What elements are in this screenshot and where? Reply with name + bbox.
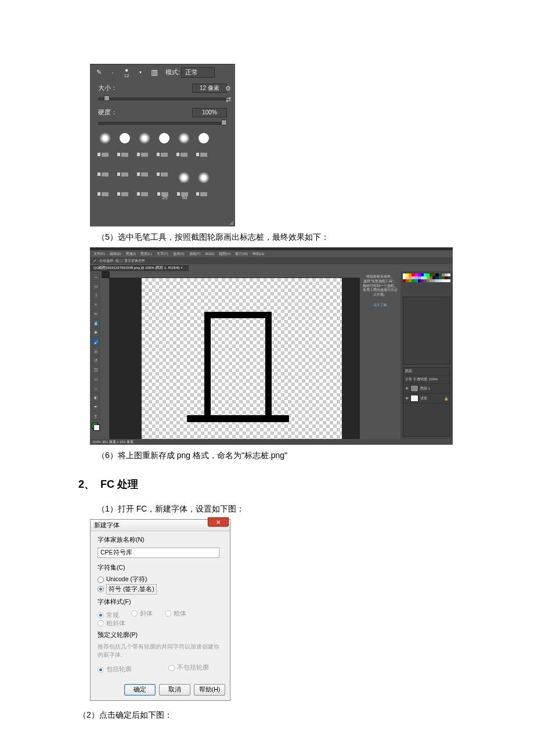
options-bar: ✔ - 自动选择: 组 ▢ 显示变换控件 (90, 257, 453, 264)
brush-preset[interactable] (97, 151, 113, 158)
crop-tool-icon[interactable]: ✂ (92, 310, 100, 318)
ok-button[interactable]: 确定 (124, 684, 156, 696)
divider: · (106, 66, 119, 79)
lasso-tool-icon[interactable]: ⌇ (92, 291, 100, 300)
blur-tool-icon[interactable]: ○ (92, 384, 100, 393)
swap-icon[interactable]: ⇄ (226, 96, 231, 103)
brush-preset[interactable] (196, 151, 212, 158)
mode-label: 模式: (165, 68, 180, 77)
style-italic-option: 斜体 (131, 610, 153, 618)
brush-preview-icon[interactable]: ● 12 (120, 66, 133, 79)
menu-item[interactable]: 滤镜(T) (189, 251, 201, 257)
mode-select[interactable]: 正常 (181, 67, 215, 78)
eraser-tool-icon[interactable]: ◫ (92, 366, 100, 374)
fgbg-color-icon[interactable] (92, 423, 100, 431)
layers-tab[interactable]: 图层 (403, 368, 450, 376)
menu-item[interactable]: 图层(L) (140, 251, 151, 257)
gear-icon[interactable]: ⚙ (225, 85, 231, 92)
charset-unicode-option[interactable]: Unicode (字符) (98, 575, 147, 584)
brush-preset[interactable] (136, 131, 153, 145)
radio-icon (98, 612, 104, 618)
brush-preset[interactable] (117, 190, 133, 197)
size-slider[interactable] (98, 95, 227, 101)
eye-icon[interactable]: 👁 (405, 397, 409, 400)
heading-2: 2、 FC 处理 (78, 477, 444, 491)
size-value[interactable]: 12 像素 (192, 84, 227, 93)
dodge-tool-icon[interactable]: ◐ (92, 394, 100, 402)
brush-preset[interactable] (156, 171, 172, 178)
chevron-down-icon[interactable]: ▾ (134, 66, 147, 79)
caption-6: （6）将上图重新存成 png 格式，命名为"标志桩.png" (97, 451, 444, 461)
gradient-tool-icon[interactable]: ▱ (92, 375, 100, 383)
brush-preset[interactable] (196, 190, 212, 197)
radio-icon (98, 586, 104, 592)
document-canvas[interactable] (142, 278, 342, 441)
radio-icon (165, 610, 171, 617)
brush-options-bar: ✎ · ● 12 ▾ ▥ 模式: 正常 (90, 64, 235, 80)
charset-label: 字符集(C) (98, 564, 223, 572)
tool-preset-icon[interactable]: ✎ (92, 66, 105, 79)
brush-preset[interactable]: 50 (176, 190, 193, 208)
cancel-button[interactable]: 取消 (159, 684, 190, 696)
menu-item[interactable]: 文字(Y) (157, 251, 168, 257)
brush-preset[interactable] (136, 151, 153, 158)
close-button[interactable]: ✕ (208, 517, 229, 527)
brush-preset[interactable] (117, 131, 133, 145)
layer-row[interactable]: 👁 背景 🔒 (403, 394, 450, 404)
radio-icon (98, 577, 104, 583)
type-tool-icon[interactable]: T (92, 412, 100, 420)
menu-item[interactable]: 图像(I) (126, 251, 136, 257)
menu-item[interactable]: 文件(F) (93, 251, 105, 257)
hardness-value[interactable]: 100% (192, 108, 227, 117)
marquee-tool-icon[interactable]: ▭ (92, 282, 100, 290)
photoshop-brush-panel: ✎ · ● 12 ▾ ▥ 模式: 正常 大小： 12 像素 硬度： 100% ⚙… (90, 64, 235, 226)
brush-preset[interactable] (176, 171, 192, 185)
layer-row[interactable]: 👁 图层 1 (403, 384, 450, 394)
caption-2-2: （2）点击确定后如下图： (78, 710, 444, 721)
menu-item[interactable]: 帮助(H) (252, 251, 264, 257)
right-panels: 图层 正常 不透明度: 100% 👁 图层 1 👁 背景 🔒 (400, 271, 453, 439)
menu-item[interactable]: 编辑(E) (110, 251, 121, 257)
brush-preset[interactable] (97, 131, 113, 145)
menu-item[interactable]: 选择(S) (173, 251, 185, 257)
stamp-tool-icon[interactable]: ⎚ (92, 347, 100, 355)
eye-icon[interactable]: 👁 (405, 387, 409, 390)
brush-preset[interactable] (156, 131, 172, 145)
eyedropper-tool-icon[interactable]: 💧 (92, 319, 100, 327)
wand-tool-icon[interactable]: ✧ (92, 301, 100, 309)
healing-tool-icon[interactable]: ✚ (92, 329, 100, 337)
brush-preset[interactable] (117, 171, 133, 178)
help-button[interactable]: 帮助(H) (194, 684, 225, 696)
brush-preset[interactable] (97, 171, 113, 178)
outline-exclude-option: 不包括轮廓 (168, 664, 209, 672)
menu-item[interactable]: 视图(V) (219, 251, 230, 257)
brush-preset[interactable] (176, 151, 192, 158)
brush-preset[interactable] (196, 171, 212, 185)
brush-preset[interactable]: 25 (156, 190, 174, 208)
color-swatches[interactable] (403, 273, 450, 293)
resize-grip-icon[interactable]: ◢ (229, 219, 233, 225)
brush-preset[interactable] (176, 131, 192, 145)
ruler-horizontal (110, 271, 360, 278)
brush-preset[interactable] (136, 190, 153, 197)
pen-tool-icon[interactable]: ✒ (92, 403, 100, 411)
history-brush-icon[interactable]: ↺ (92, 357, 100, 365)
caption-5: （5）选中毛笔工具，按照截图轮廓画出标志桩，最终效果如下： (97, 232, 444, 243)
brush-preset[interactable] (117, 151, 133, 158)
brush-tool-icon[interactable]: 🖌 (92, 338, 100, 346)
hardness-slider[interactable] (98, 120, 227, 125)
document-tab[interactable]: QQ截图20191227091548.png @ 100% (图层 1, RGB… (90, 264, 189, 271)
menu-item[interactable]: 窗口(W) (235, 251, 248, 257)
brush-preset[interactable] (156, 151, 172, 158)
family-name-input[interactable]: CPE符号库 (98, 548, 219, 558)
outline-include-option: 包括轮廓 (98, 665, 132, 674)
brush-preset[interactable] (196, 131, 212, 145)
brush-panel-toggle-icon[interactable]: ▥ (148, 66, 161, 79)
charset-symbol-option[interactable]: 符号 (签字,签名) (98, 584, 157, 595)
brush-preset[interactable] (97, 190, 113, 197)
size-label: 大小： (98, 84, 117, 92)
layers-controls[interactable]: 正常 不透明度: 100% (403, 376, 450, 384)
brush-preset[interactable] (136, 171, 153, 178)
menu-item[interactable]: 3D(D) (205, 252, 214, 255)
move-tool-icon[interactable]: ↔ (92, 273, 100, 281)
